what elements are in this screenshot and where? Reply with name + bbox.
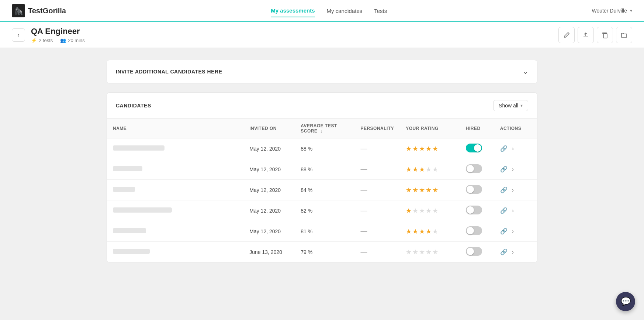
nav-my-assessments[interactable]: My assessments [271,4,315,17]
star-5[interactable]: ★ [432,207,438,215]
star-1[interactable]: ★ [406,248,412,256]
hired-toggle[interactable] [466,206,482,214]
rating-cell[interactable]: ★★★★★ [400,200,460,221]
col-header-invited: INVITED ON [243,119,295,138]
hired-toggle[interactable] [466,164,482,173]
hired-toggle[interactable] [466,144,482,152]
hired-toggle[interactable] [466,185,482,194]
chevron-right-icon[interactable]: › [512,249,514,255]
edit-icon [563,32,570,38]
hired-cell[interactable] [460,242,494,262]
chevron-right-icon[interactable]: › [512,166,514,173]
table-row[interactable]: May 12, 202088 %—★★★★★ 🔗 › [107,159,537,180]
table-row[interactable]: May 12, 202088 %—★★★★★ 🔗 › [107,138,537,159]
hired-cell[interactable] [460,200,494,221]
table-row[interactable]: June 13, 202079 %—★★★★★ 🔗 › [107,242,537,262]
star-3[interactable]: ★ [419,165,425,173]
stars-rating[interactable]: ★★★★★ [406,207,454,215]
chevron-right-icon[interactable]: › [512,228,514,235]
star-1[interactable]: ★ [406,165,412,173]
star-3[interactable]: ★ [419,145,425,153]
link-icon[interactable]: 🔗 [500,207,508,214]
star-2[interactable]: ★ [412,207,418,215]
candidate-name-cell [107,138,243,159]
star-1[interactable]: ★ [406,145,412,153]
table-row[interactable]: May 12, 202084 %—★★★★★ 🔗 › [107,180,537,200]
invite-chevron-icon: ⌄ [523,68,528,76]
rating-cell[interactable]: ★★★★★ [400,180,460,200]
hired-cell[interactable] [460,180,494,200]
star-4[interactable]: ★ [426,248,432,256]
star-5[interactable]: ★ [432,145,438,153]
hired-cell[interactable] [460,221,494,242]
col-header-hired: HIRED [460,119,494,138]
star-1[interactable]: ★ [406,207,412,215]
star-4[interactable]: ★ [426,165,432,173]
link-icon[interactable]: 🔗 [500,166,508,173]
rating-cell[interactable]: ★★★★★ [400,159,460,180]
candidate-name [113,228,146,233]
star-4[interactable]: ★ [426,227,432,235]
table-row[interactable]: May 12, 202082 %—★★★★★ 🔗 › [107,200,537,221]
table-row[interactable]: May 12, 202081 %—★★★★★ 🔗 › [107,221,537,242]
hired-toggle[interactable] [466,247,482,256]
link-icon[interactable]: 🔗 [500,145,508,152]
stars-rating[interactable]: ★★★★★ [406,248,454,256]
star-5[interactable]: ★ [432,248,438,256]
candidate-name [113,187,135,192]
rating-cell[interactable]: ★★★★★ [400,242,460,262]
star-4[interactable]: ★ [426,207,432,215]
nav-user[interactable]: Wouter Durville ▾ [592,8,632,14]
nav-my-candidates[interactable]: My candidates [327,5,363,17]
star-5[interactable]: ★ [432,165,438,173]
star-2[interactable]: ★ [412,165,418,173]
star-5[interactable]: ★ [432,227,438,235]
row-actions: 🔗 › [500,248,531,255]
star-3[interactable]: ★ [419,248,425,256]
rating-cell[interactable]: ★★★★★ [400,138,460,159]
chevron-right-icon[interactable]: › [512,187,514,193]
star-1[interactable]: ★ [406,227,412,235]
star-3[interactable]: ★ [419,227,425,235]
stars-rating[interactable]: ★★★★★ [406,145,454,153]
col-header-rating: YOUR RATING [400,119,460,138]
stars-rating[interactable]: ★★★★★ [406,227,454,235]
star-2[interactable]: ★ [412,186,418,194]
star-2[interactable]: ★ [412,145,418,153]
link-icon[interactable]: 🔗 [500,186,508,193]
hired-cell[interactable] [460,159,494,180]
actions-cell: 🔗 › [494,221,537,242]
chevron-right-icon[interactable]: › [512,145,514,152]
star-2[interactable]: ★ [412,248,418,256]
star-1[interactable]: ★ [406,186,412,194]
stars-rating[interactable]: ★★★★★ [406,186,454,194]
link-icon[interactable]: 🔗 [500,248,508,255]
star-3[interactable]: ★ [419,207,425,215]
star-2[interactable]: ★ [412,227,418,235]
folder-button[interactable] [616,27,632,43]
hired-cell[interactable] [460,138,494,159]
personality-dash: — [360,248,367,255]
invite-panel[interactable]: INVITE ADDITIONAL CANDIDATES HERE ⌄ [107,60,537,83]
back-button[interactable]: ‹ [12,28,25,42]
header-left: ‹ QA Engineer ⚡ 2 tests 👥 20 mins [12,27,85,43]
rating-cell[interactable]: ★★★★★ [400,221,460,242]
chevron-right-icon[interactable]: › [512,207,514,214]
edit-button[interactable] [558,27,575,43]
personality-dash: — [360,227,367,235]
personality-dash: — [360,145,367,152]
star-5[interactable]: ★ [432,186,438,194]
upload-button[interactable] [578,27,594,43]
nav-tests[interactable]: Tests [374,5,387,17]
link-icon[interactable]: 🔗 [500,228,508,235]
stars-rating[interactable]: ★★★★★ [406,165,454,173]
copy-button[interactable] [597,27,613,43]
hired-toggle[interactable] [466,226,482,235]
show-all-dropdown[interactable]: Show all ▾ [493,100,528,111]
star-4[interactable]: ★ [426,145,432,153]
candidates-title: CANDIDATES [116,103,151,109]
row-actions: 🔗 › [500,186,531,193]
star-3[interactable]: ★ [419,186,425,194]
navbar: 🦍 TestGorilla My assessments My candidat… [0,0,644,22]
star-4[interactable]: ★ [426,186,432,194]
